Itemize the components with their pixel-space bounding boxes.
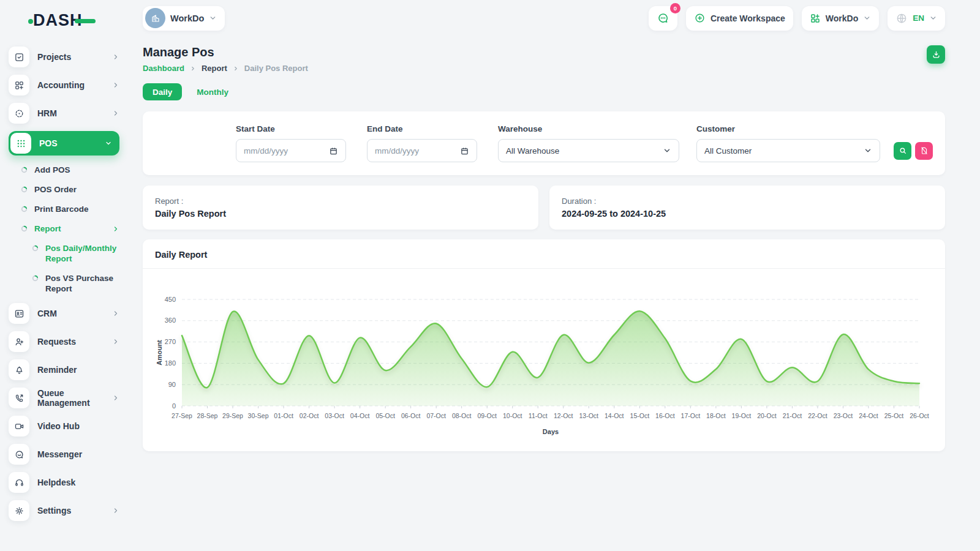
hrm-icon: [9, 103, 29, 124]
end-date-input[interactable]: mm/dd/yyyy: [367, 139, 477, 162]
filter-card: Start Date mm/dd/yyyy End Date mm/dd/yyy…: [143, 111, 945, 175]
calendar-icon: [460, 146, 469, 156]
sidebar-item-messenger[interactable]: Messenger: [9, 444, 119, 465]
sidebar-item-video-hub[interactable]: Video Hub: [9, 416, 119, 437]
customer-label: Customer: [696, 124, 880, 133]
notification-badge: 0: [670, 3, 680, 13]
sidebar-item-accounting[interactable]: Accounting: [9, 75, 119, 96]
sidebar-item-helpdesk[interactable]: Helpdesk: [9, 472, 119, 493]
svg-text:24-Oct: 24-Oct: [859, 412, 878, 419]
sidebar-item-label: Video Hub: [37, 421, 119, 431]
bullet-icon: [21, 186, 28, 193]
customer-select[interactable]: All Customer: [696, 139, 880, 162]
breadcrumb-current: Daily Pos Report: [244, 64, 308, 73]
plus-circle-icon: [694, 12, 706, 24]
download-report-button[interactable]: [927, 45, 945, 64]
report-value: Daily Pos Report: [155, 209, 526, 219]
svg-text:06-Oct: 06-Oct: [401, 412, 421, 419]
svg-text:25-Oct: 25-Oct: [884, 412, 904, 419]
chart-card-body: 09018027036045027-Sep28-Sep29-Sep30-Sep0…: [143, 269, 945, 451]
bullet-icon: [21, 225, 28, 232]
svg-text:16-Oct: 16-Oct: [655, 412, 675, 419]
sidebar-item-label: Queue Management: [37, 388, 104, 408]
svg-text:22-Oct: 22-Oct: [808, 412, 827, 419]
breadcrumb-report-link[interactable]: Report: [202, 64, 227, 73]
sidebar-item-label: Messenger: [37, 449, 119, 459]
chevron-down-icon: [209, 14, 217, 22]
apply-filter-button[interactable]: [894, 142, 911, 160]
sidebar-item-pos-order[interactable]: POS Order: [9, 184, 119, 195]
language-label: EN: [913, 13, 924, 23]
download-icon: [932, 50, 941, 59]
svg-text:15-Oct: 15-Oct: [630, 412, 650, 419]
svg-text:Days: Days: [543, 428, 559, 435]
report-summary-card: Report : Daily Pos Report: [143, 186, 538, 230]
sidebar-item-label: Helpdesk: [37, 478, 119, 487]
sidebar-item-crm[interactable]: CRM: [9, 303, 119, 324]
sidebar-subitem-label: Report: [34, 223, 61, 234]
svg-text:360: 360: [165, 317, 176, 324]
sidebar-item-hrm[interactable]: HRM: [9, 103, 119, 124]
workdo-menu-button[interactable]: WorkDo: [802, 6, 879, 31]
grid-plus-icon: [810, 13, 821, 24]
svg-text:30-Sep: 30-Sep: [248, 412, 269, 419]
sidebar-item-settings[interactable]: Settings: [9, 500, 119, 521]
tab-monthly[interactable]: Monthly: [197, 88, 228, 97]
crm-icon: [9, 303, 29, 324]
sidebar-item-requests[interactable]: Requests: [9, 331, 119, 352]
sidebar-subitem-label: Add POS: [34, 165, 70, 175]
end-date-label: End Date: [367, 124, 477, 133]
reset-filter-button[interactable]: [915, 142, 933, 160]
sidebar-item-pos[interactable]: POS: [9, 131, 119, 156]
workspace-avatar: [145, 8, 165, 28]
gear-icon: [9, 500, 29, 521]
warehouse-select[interactable]: All Warehouse: [498, 139, 679, 162]
svg-text:05-Oct: 05-Oct: [375, 412, 395, 419]
svg-text:04-Oct: 04-Oct: [350, 412, 370, 419]
duration-value: 2024-09-25 to 2024-10-25: [562, 209, 933, 219]
report-period-tabs: Daily Monthly: [143, 83, 945, 100]
svg-text:07-Oct: 07-Oct: [426, 412, 446, 419]
sidebar-item-label: CRM: [37, 309, 104, 318]
sidebar-item-queue-management[interactable]: Queue Management: [9, 388, 119, 408]
workspace-selector[interactable]: WorkDo: [143, 6, 225, 31]
chevron-down-icon: [863, 14, 871, 22]
sidebar-item-reminder[interactable]: Reminder: [9, 359, 119, 380]
projects-icon: [9, 47, 29, 67]
duration-summary-card: Duration : 2024-09-25 to 2024-10-25: [549, 186, 945, 230]
app-logo[interactable]: DASH: [33, 11, 119, 32]
sidebar-subitem-label: POS Order: [34, 184, 77, 195]
sidebar-subitem-label: Print Barcode: [34, 204, 89, 214]
sidebar-item-print-barcode[interactable]: Print Barcode: [9, 204, 119, 214]
breadcrumb-dashboard-link[interactable]: Dashboard: [143, 64, 184, 73]
sidebar-item-pos-vs-purchase-report[interactable]: Pos VS Purchase Report: [9, 273, 119, 294]
warehouse-label: Warehouse: [498, 124, 679, 133]
chevron-right-icon: [112, 225, 119, 233]
tab-daily[interactable]: Daily: [143, 83, 182, 100]
pos-grid-icon: [10, 133, 31, 154]
sidebar-item-add-pos[interactable]: Add POS: [9, 165, 119, 175]
search-icon: [899, 146, 907, 155]
svg-text:21-Oct: 21-Oct: [783, 412, 802, 419]
svg-text:13-Oct: 13-Oct: [579, 412, 599, 419]
accounting-icon: [9, 75, 29, 96]
end-date-field: End Date mm/dd/yyyy: [367, 124, 477, 162]
phone-call-icon: [9, 388, 29, 408]
chart-card-title: Daily Report: [155, 250, 207, 260]
chevron-right-icon: [112, 310, 119, 317]
create-workspace-button[interactable]: Create Workspace: [686, 6, 793, 31]
video-camera-icon: [9, 416, 29, 437]
chevron-down-icon: [663, 146, 671, 155]
svg-text:90: 90: [168, 381, 176, 388]
start-date-label: Start Date: [236, 124, 346, 133]
start-date-input[interactable]: mm/dd/yyyy: [236, 139, 346, 162]
sidebar-item-report[interactable]: Report: [9, 223, 119, 234]
sidebar-subitem-label: Pos Daily/Monthly Report: [45, 243, 119, 264]
chevron-right-icon: [190, 66, 196, 72]
language-selector[interactable]: EN: [888, 6, 945, 31]
sidebar-item-projects[interactable]: Projects: [9, 47, 119, 67]
svg-text:23-Oct: 23-Oct: [834, 412, 853, 419]
logo-dash-icon: [75, 19, 96, 23]
sidebar-item-pos-daily-monthly-report[interactable]: Pos Daily/Monthly Report: [9, 243, 119, 264]
messages-button[interactable]: 0: [649, 6, 677, 31]
